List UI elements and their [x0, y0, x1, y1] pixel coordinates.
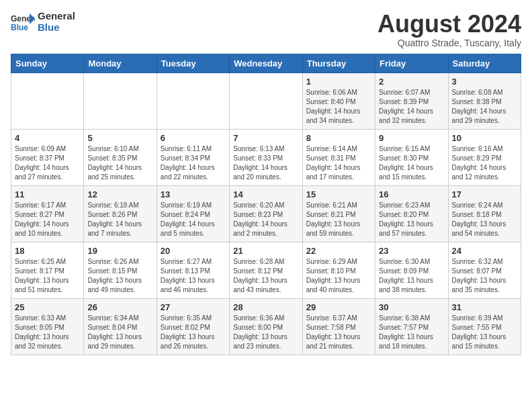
day-number: 20	[161, 246, 226, 256]
day-number: 3	[452, 77, 517, 87]
day-number: 8	[306, 133, 371, 143]
day-info: Sunrise: 6:32 AM Sunset: 8:07 PM Dayligh…	[452, 257, 517, 295]
calendar-cell: 31Sunrise: 6:39 AM Sunset: 7:55 PM Dayli…	[448, 298, 521, 355]
day-number: 2	[379, 77, 444, 87]
day-info: Sunrise: 6:36 AM Sunset: 8:00 PM Dayligh…	[233, 314, 298, 351]
week-row-2: 4Sunrise: 6:09 AM Sunset: 8:37 PM Daylig…	[11, 129, 521, 185]
week-row-1: 1Sunrise: 6:06 AM Sunset: 8:40 PM Daylig…	[11, 73, 521, 129]
weekday-header-friday: Friday	[375, 54, 448, 73]
day-info: Sunrise: 6:21 AM Sunset: 8:21 PM Dayligh…	[306, 201, 371, 238]
calendar-cell: 11Sunrise: 6:17 AM Sunset: 8:27 PM Dayli…	[11, 185, 84, 242]
calendar-cell: 15Sunrise: 6:21 AM Sunset: 8:21 PM Dayli…	[302, 185, 375, 242]
calendar-cell: 23Sunrise: 6:30 AM Sunset: 8:09 PM Dayli…	[375, 242, 448, 298]
month-title: August 2024	[378, 11, 521, 38]
calendar-cell: 24Sunrise: 6:32 AM Sunset: 8:07 PM Dayli…	[448, 242, 521, 298]
calendar-cell: 18Sunrise: 6:25 AM Sunset: 8:17 PM Dayli…	[11, 242, 84, 298]
calendar-cell: 13Sunrise: 6:19 AM Sunset: 8:24 PM Dayli…	[157, 185, 229, 242]
day-number: 13	[161, 189, 226, 199]
day-info: Sunrise: 6:17 AM Sunset: 8:27 PM Dayligh…	[15, 201, 80, 238]
day-info: Sunrise: 6:39 AM Sunset: 7:55 PM Dayligh…	[452, 314, 517, 351]
calendar-cell: 10Sunrise: 6:16 AM Sunset: 8:29 PM Dayli…	[448, 129, 521, 185]
logo: General Blue General Blue	[11, 11, 75, 33]
day-number: 1	[306, 77, 371, 87]
calendar-cell: 14Sunrise: 6:20 AM Sunset: 8:23 PM Dayli…	[230, 185, 302, 242]
week-row-3: 11Sunrise: 6:17 AM Sunset: 8:27 PM Dayli…	[11, 185, 521, 242]
day-number: 19	[87, 246, 152, 256]
day-number: 22	[306, 246, 371, 256]
day-number: 18	[15, 246, 80, 256]
weekday-header-sunday: Sunday	[11, 54, 84, 73]
calendar-cell: 1Sunrise: 6:06 AM Sunset: 8:40 PM Daylig…	[302, 73, 375, 129]
day-info: Sunrise: 6:18 AM Sunset: 8:26 PM Dayligh…	[87, 201, 152, 238]
week-row-4: 18Sunrise: 6:25 AM Sunset: 8:17 PM Dayli…	[11, 242, 521, 298]
day-number: 31	[452, 302, 517, 312]
calendar-cell: 22Sunrise: 6:29 AM Sunset: 8:10 PM Dayli…	[302, 242, 375, 298]
day-info: Sunrise: 6:15 AM Sunset: 8:30 PM Dayligh…	[379, 144, 444, 182]
day-info: Sunrise: 6:09 AM Sunset: 8:37 PM Dayligh…	[15, 144, 80, 182]
week-row-5: 25Sunrise: 6:33 AM Sunset: 8:05 PM Dayli…	[11, 298, 521, 355]
calendar-cell: 29Sunrise: 6:37 AM Sunset: 7:58 PM Dayli…	[302, 298, 375, 355]
day-info: Sunrise: 6:07 AM Sunset: 8:39 PM Dayligh…	[379, 88, 444, 126]
day-info: Sunrise: 6:10 AM Sunset: 8:35 PM Dayligh…	[87, 144, 152, 182]
calendar-cell: 30Sunrise: 6:38 AM Sunset: 7:57 PM Dayli…	[375, 298, 448, 355]
calendar-cell	[84, 73, 157, 129]
title-block: August 2024 Quattro Strade, Tuscany, Ita…	[378, 11, 521, 48]
logo-blue: Blue	[38, 22, 75, 34]
day-number: 4	[15, 133, 80, 143]
calendar-cell: 5Sunrise: 6:10 AM Sunset: 8:35 PM Daylig…	[84, 129, 157, 185]
day-number: 16	[379, 189, 444, 199]
day-number: 12	[87, 189, 152, 199]
day-info: Sunrise: 6:11 AM Sunset: 8:34 PM Dayligh…	[161, 144, 226, 182]
calendar-cell: 16Sunrise: 6:23 AM Sunset: 8:20 PM Dayli…	[375, 185, 448, 242]
day-number: 28	[233, 302, 298, 312]
day-number: 14	[233, 189, 298, 199]
calendar-cell: 6Sunrise: 6:11 AM Sunset: 8:34 PM Daylig…	[157, 129, 229, 185]
calendar-cell	[11, 73, 84, 129]
calendar-cell: 7Sunrise: 6:13 AM Sunset: 8:33 PM Daylig…	[230, 129, 302, 185]
calendar-cell: 25Sunrise: 6:33 AM Sunset: 8:05 PM Dayli…	[11, 298, 84, 355]
weekday-header-wednesday: Wednesday	[230, 54, 302, 73]
calendar-cell: 3Sunrise: 6:08 AM Sunset: 8:38 PM Daylig…	[448, 73, 521, 129]
day-info: Sunrise: 6:29 AM Sunset: 8:10 PM Dayligh…	[306, 257, 371, 295]
day-number: 26	[87, 302, 152, 312]
day-info: Sunrise: 6:08 AM Sunset: 8:38 PM Dayligh…	[452, 88, 517, 126]
weekday-header-row: SundayMondayTuesdayWednesdayThursdayFrid…	[11, 54, 521, 73]
weekday-header-monday: Monday	[84, 54, 157, 73]
day-number: 9	[379, 133, 444, 143]
day-number: 24	[452, 246, 517, 256]
day-number: 7	[233, 133, 298, 143]
location-subtitle: Quattro Strade, Tuscany, Italy	[378, 38, 521, 48]
day-number: 17	[452, 189, 517, 199]
day-number: 6	[161, 133, 226, 143]
calendar-cell: 12Sunrise: 6:18 AM Sunset: 8:26 PM Dayli…	[84, 185, 157, 242]
day-info: Sunrise: 6:35 AM Sunset: 8:02 PM Dayligh…	[161, 314, 226, 351]
weekday-header-tuesday: Tuesday	[157, 54, 229, 73]
day-info: Sunrise: 6:26 AM Sunset: 8:15 PM Dayligh…	[87, 257, 152, 295]
day-info: Sunrise: 6:33 AM Sunset: 8:05 PM Dayligh…	[15, 314, 80, 351]
calendar-cell	[157, 73, 229, 129]
day-info: Sunrise: 6:23 AM Sunset: 8:20 PM Dayligh…	[379, 201, 444, 238]
day-info: Sunrise: 6:20 AM Sunset: 8:23 PM Dayligh…	[233, 201, 298, 238]
page-header: General Blue General Blue August 2024 Qu…	[11, 11, 521, 48]
calendar-cell: 27Sunrise: 6:35 AM Sunset: 8:02 PM Dayli…	[157, 298, 229, 355]
weekday-header-thursday: Thursday	[302, 54, 375, 73]
day-info: Sunrise: 6:38 AM Sunset: 7:57 PM Dayligh…	[379, 314, 444, 351]
calendar-cell: 2Sunrise: 6:07 AM Sunset: 8:39 PM Daylig…	[375, 73, 448, 129]
calendar-cell: 26Sunrise: 6:34 AM Sunset: 8:04 PM Dayli…	[84, 298, 157, 355]
day-number: 21	[233, 246, 298, 256]
calendar-cell: 8Sunrise: 6:14 AM Sunset: 8:31 PM Daylig…	[302, 129, 375, 185]
day-info: Sunrise: 6:27 AM Sunset: 8:13 PM Dayligh…	[161, 257, 226, 295]
calendar-cell: 9Sunrise: 6:15 AM Sunset: 8:30 PM Daylig…	[375, 129, 448, 185]
day-number: 27	[161, 302, 226, 312]
day-number: 29	[306, 302, 371, 312]
weekday-header-saturday: Saturday	[448, 54, 521, 73]
day-info: Sunrise: 6:19 AM Sunset: 8:24 PM Dayligh…	[161, 201, 226, 238]
day-info: Sunrise: 6:06 AM Sunset: 8:40 PM Dayligh…	[306, 88, 371, 126]
calendar-cell: 19Sunrise: 6:26 AM Sunset: 8:15 PM Dayli…	[84, 242, 157, 298]
calendar-cell	[230, 73, 302, 129]
calendar-cell: 4Sunrise: 6:09 AM Sunset: 8:37 PM Daylig…	[11, 129, 84, 185]
day-info: Sunrise: 6:24 AM Sunset: 8:18 PM Dayligh…	[452, 201, 517, 238]
day-info: Sunrise: 6:28 AM Sunset: 8:12 PM Dayligh…	[233, 257, 298, 295]
day-number: 5	[87, 133, 152, 143]
calendar-cell: 21Sunrise: 6:28 AM Sunset: 8:12 PM Dayli…	[230, 242, 302, 298]
